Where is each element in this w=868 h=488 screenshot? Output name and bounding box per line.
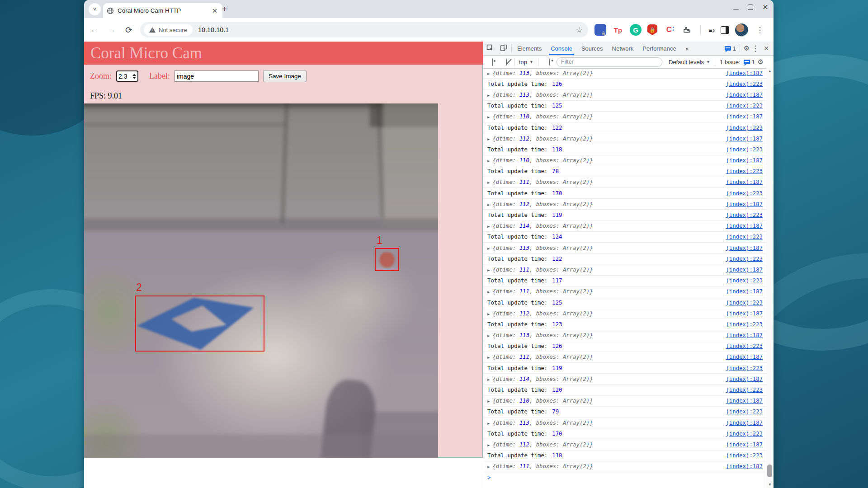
more-tabs-icon[interactable]: » [681,42,693,55]
maximize-button[interactable] [748,5,753,10]
forward-button[interactable]: → [103,25,120,35]
new-tab-button[interactable]: + [222,4,227,14]
source-link[interactable]: (index):223 [726,452,763,459]
source-link[interactable]: (index):223 [726,408,763,415]
source-link[interactable]: (index):187 [726,245,763,251]
source-link[interactable]: (index):187 [726,179,763,185]
log-levels-selector[interactable]: Default levels [669,59,704,66]
devtools-scrollbar[interactable]: ▲ ▼ [766,68,774,488]
object-preview[interactable]: {dtime: 111, bboxes: Array(2)} [492,463,593,469]
tab-close-icon[interactable]: ✕ [211,7,219,14]
object-preview[interactable]: {dtime: 112, bboxes: Array(2)} [492,310,593,317]
tab-sources[interactable]: Sources [577,42,608,55]
object-preview[interactable]: {dtime: 113, bboxes: Array(2)} [492,332,593,338]
tab-elements[interactable]: Elements [513,42,546,55]
label-input[interactable] [175,70,259,82]
browser-tab[interactable]: Coral Micro Cam HTTP ✕ [103,3,222,18]
url-bar[interactable]: Not secure 10.10.10.1 ☆ [140,22,588,38]
expand-triangle-icon[interactable]: ▶ [487,399,490,404]
expand-triangle-icon[interactable]: ▶ [487,290,490,294]
expand-triangle-icon[interactable]: ▶ [487,312,490,316]
expand-triangle-icon[interactable]: ▶ [487,443,490,447]
issues-bubble-icon[interactable] [744,60,750,64]
source-link[interactable]: (index):187 [726,463,763,469]
extension-shield-lock-icon[interactable]: 🔒 [647,24,657,35]
console-filter-input[interactable] [557,57,662,67]
object-preview[interactable]: {dtime: 110, bboxes: Array(2)} [492,157,593,164]
source-link[interactable]: (index):223 [726,234,763,240]
save-image-button[interactable]: Save Image [263,70,307,82]
minimize-button[interactable] [733,9,739,9]
tab-console[interactable]: Console [546,42,577,55]
back-button[interactable]: ← [86,25,103,35]
expand-triangle-icon[interactable]: ▶ [487,333,490,338]
object-preview[interactable]: {dtime: 114, bboxes: Array(2)} [492,376,593,382]
source-link[interactable]: (index):223 [726,81,763,87]
source-link[interactable]: (index):223 [726,103,763,109]
inspect-element-icon[interactable] [483,44,497,53]
expand-triangle-icon[interactable]: ▶ [487,377,490,382]
stepper-arrows-icon[interactable] [132,74,136,79]
object-preview[interactable]: {dtime: 113, bboxes: Array(2)} [492,92,593,98]
scroll-up-icon[interactable]: ▲ [766,69,774,73]
zoom-stepper[interactable]: 2.3 [116,70,138,82]
devtools-menu-icon[interactable]: ⋮ [751,44,759,53]
source-link[interactable]: (index):223 [726,277,763,284]
device-toolbar-icon[interactable] [497,44,510,53]
expand-triangle-icon[interactable]: ▶ [487,268,490,272]
expand-triangle-icon[interactable]: ▶ [487,246,490,251]
source-link[interactable]: (index):187 [726,310,763,317]
tab-network[interactable]: Network [608,42,638,55]
expand-triangle-icon[interactable]: ▶ [487,93,490,98]
side-panel-icon[interactable] [721,26,729,34]
object-preview[interactable]: {dtime: 112, bboxes: Array(2)} [492,201,593,207]
source-link[interactable]: (index):223 [726,168,763,174]
expand-triangle-icon[interactable]: ▶ [487,71,490,76]
expand-triangle-icon[interactable]: ▶ [487,465,490,469]
source-link[interactable]: (index):223 [726,300,763,306]
object-preview[interactable]: {dtime: 114, bboxes: Array(2)} [492,223,593,229]
source-link[interactable]: (index):187 [726,157,763,164]
bookmark-star-icon[interactable]: ☆ [576,25,583,35]
browser-menu-icon[interactable]: ⋮ [756,25,764,35]
source-link[interactable]: (index):187 [726,376,763,382]
clear-console-icon[interactable] [500,59,513,66]
source-link[interactable]: (index):223 [726,146,763,153]
source-link[interactable]: (index):187 [726,223,763,229]
object-preview[interactable]: {dtime: 113, bboxes: Array(2)} [492,245,593,251]
object-preview[interactable]: {dtime: 113, bboxes: Array(2)} [492,420,593,426]
expand-triangle-icon[interactable]: ▶ [487,224,490,229]
source-link[interactable]: (index):187 [726,354,763,360]
object-preview[interactable]: {dtime: 111, bboxes: Array(2)} [492,179,593,185]
source-link[interactable]: (index):187 [726,201,763,207]
expand-triangle-icon[interactable]: ▶ [487,421,490,426]
source-link[interactable]: (index):223 [726,256,763,262]
security-chip[interactable]: Not secure [144,24,193,36]
source-link[interactable]: (index):223 [726,431,763,437]
issues-label[interactable]: 1 Issue: [720,59,741,66]
expand-triangle-icon[interactable]: ▶ [487,180,490,185]
window-close-button[interactable]: ✕ [762,5,768,9]
object-preview[interactable]: {dtime: 112, bboxes: Array(2)} [492,136,593,142]
devtools-settings-icon[interactable]: ⚙ [744,44,750,52]
extension-grammarly-icon[interactable]: G [630,24,642,36]
source-link[interactable]: (index):223 [726,190,763,197]
object-preview[interactable]: {dtime: 113, bboxes: Array(2)} [492,70,593,76]
source-link[interactable]: (index):223 [726,387,763,393]
source-link[interactable]: (index):187 [726,288,763,295]
scrollbar-thumb[interactable] [767,465,772,477]
expand-triangle-icon[interactable]: ▶ [487,115,490,119]
scroll-down-icon[interactable]: ▼ [766,483,774,487]
tab-performance[interactable]: Performance [638,42,680,55]
object-preview[interactable]: {dtime: 110, bboxes: Array(2)} [492,113,593,120]
extension-tp-icon[interactable]: Tp [612,24,624,36]
expand-triangle-icon[interactable]: ▶ [487,202,490,207]
object-preview[interactable]: {dtime: 111, bboxes: Array(2)} [492,288,593,295]
console-sidebar-icon[interactable] [486,59,500,66]
expand-triangle-icon[interactable]: ▶ [487,355,490,360]
media-controls-icon[interactable]: ≡♪ [708,26,715,34]
console-settings-icon[interactable]: ⚙ [758,58,764,66]
object-preview[interactable]: {dtime: 110, bboxes: Array(2)} [492,398,593,404]
source-link[interactable]: (index):187 [726,113,763,120]
source-link[interactable]: (index):187 [726,441,763,448]
